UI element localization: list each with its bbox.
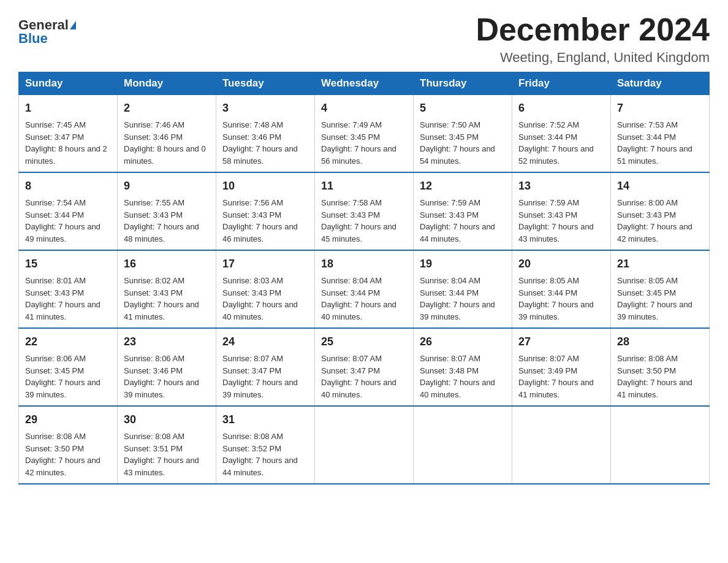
day-number: 8: [25, 178, 111, 194]
day-cell: 12Sunrise: 7:59 AMSunset: 3:43 PMDayligh…: [414, 172, 512, 250]
day-info: Sunrise: 8:07 AMSunset: 3:47 PMDaylight:…: [222, 354, 298, 399]
day-info: Sunrise: 7:46 AMSunset: 3:46 PMDaylight:…: [124, 120, 206, 166]
day-number: 15: [25, 256, 111, 272]
day-cell: 23Sunrise: 8:06 AMSunset: 3:46 PMDayligh…: [118, 328, 216, 406]
day-info: Sunrise: 8:03 AMSunset: 3:43 PMDaylight:…: [222, 276, 298, 321]
day-number: 18: [321, 256, 407, 272]
header-row: SundayMondayTuesdayWednesdayThursdayFrid…: [19, 72, 710, 95]
day-cell: 10Sunrise: 7:56 AMSunset: 3:43 PMDayligh…: [216, 172, 315, 250]
day-info: Sunrise: 8:07 AMSunset: 3:48 PMDaylight:…: [420, 354, 495, 399]
calendar-body: 1Sunrise: 7:45 AMSunset: 3:47 PMDaylight…: [19, 95, 710, 484]
day-number: 1: [25, 100, 111, 117]
day-info: Sunrise: 7:56 AMSunset: 3:43 PMDaylight:…: [222, 198, 298, 243]
calendar-header: SundayMondayTuesdayWednesdayThursdayFrid…: [19, 72, 710, 95]
day-number: 21: [617, 256, 703, 272]
day-cell: 9Sunrise: 7:55 AMSunset: 3:43 PMDaylight…: [118, 172, 216, 250]
day-number: 29: [25, 412, 111, 428]
day-number: 14: [617, 178, 703, 194]
day-info: Sunrise: 8:05 AMSunset: 3:45 PMDaylight:…: [617, 276, 692, 321]
day-info: Sunrise: 8:07 AMSunset: 3:47 PMDaylight:…: [321, 354, 396, 399]
day-info: Sunrise: 7:45 AMSunset: 3:47 PMDaylight:…: [25, 120, 107, 166]
day-cell: 14Sunrise: 8:00 AMSunset: 3:43 PMDayligh…: [611, 172, 710, 250]
title-block: December 2024 Weeting, England, United K…: [476, 12, 710, 66]
header-cell-friday: Friday: [512, 72, 611, 95]
day-cell: 8Sunrise: 7:54 AMSunset: 3:44 PMDaylight…: [19, 172, 118, 250]
day-cell: 19Sunrise: 8:04 AMSunset: 3:44 PMDayligh…: [414, 250, 512, 328]
logo: General Blue: [18, 18, 76, 45]
day-cell: 25Sunrise: 8:07 AMSunset: 3:47 PMDayligh…: [315, 328, 414, 406]
day-info: Sunrise: 7:48 AMSunset: 3:46 PMDaylight:…: [222, 120, 298, 166]
header-cell-saturday: Saturday: [611, 72, 710, 95]
day-number: 19: [420, 256, 506, 272]
day-info: Sunrise: 7:49 AMSunset: 3:45 PMDaylight:…: [321, 120, 396, 166]
day-cell: 5Sunrise: 7:50 AMSunset: 3:45 PMDaylight…: [414, 95, 512, 173]
day-info: Sunrise: 7:58 AMSunset: 3:43 PMDaylight:…: [321, 198, 396, 243]
day-number: 3: [222, 100, 308, 117]
day-info: Sunrise: 7:55 AMSunset: 3:43 PMDaylight:…: [124, 198, 199, 243]
week-row-2: 8Sunrise: 7:54 AMSunset: 3:44 PMDaylight…: [19, 172, 710, 250]
header-cell-tuesday: Tuesday: [216, 72, 315, 95]
day-cell: 21Sunrise: 8:05 AMSunset: 3:45 PMDayligh…: [611, 250, 710, 328]
day-number: 9: [124, 178, 210, 194]
day-number: 16: [124, 256, 210, 272]
day-number: 13: [518, 178, 604, 194]
day-number: 22: [25, 334, 111, 350]
week-row-5: 29Sunrise: 8:08 AMSunset: 3:50 PMDayligh…: [19, 406, 710, 484]
day-cell: 15Sunrise: 8:01 AMSunset: 3:43 PMDayligh…: [19, 250, 118, 328]
day-cell: 1Sunrise: 7:45 AMSunset: 3:47 PMDaylight…: [19, 95, 118, 173]
logo-blue-text: Blue: [18, 32, 48, 45]
day-info: Sunrise: 8:04 AMSunset: 3:44 PMDaylight:…: [321, 276, 396, 321]
calendar-table: SundayMondayTuesdayWednesdayThursdayFrid…: [18, 72, 710, 484]
day-cell: 16Sunrise: 8:02 AMSunset: 3:43 PMDayligh…: [118, 250, 216, 328]
day-info: Sunrise: 7:52 AMSunset: 3:44 PMDaylight:…: [518, 120, 594, 166]
day-number: 23: [124, 334, 210, 350]
day-number: 5: [420, 100, 506, 117]
day-info: Sunrise: 8:08 AMSunset: 3:52 PMDaylight:…: [222, 432, 298, 477]
day-cell: 28Sunrise: 8:08 AMSunset: 3:50 PMDayligh…: [611, 328, 710, 406]
day-info: Sunrise: 8:06 AMSunset: 3:46 PMDaylight:…: [124, 354, 199, 399]
day-cell: 18Sunrise: 8:04 AMSunset: 3:44 PMDayligh…: [315, 250, 414, 328]
month-title: December 2024: [476, 12, 710, 47]
day-cell: 4Sunrise: 7:49 AMSunset: 3:45 PMDaylight…: [315, 95, 414, 173]
header-cell-wednesday: Wednesday: [315, 72, 414, 95]
day-cell: 27Sunrise: 8:07 AMSunset: 3:49 PMDayligh…: [512, 328, 611, 406]
page-header: General Blue December 2024 Weeting, Engl…: [18, 12, 710, 66]
day-number: 27: [518, 334, 604, 350]
day-number: 31: [222, 412, 308, 428]
week-row-4: 22Sunrise: 8:06 AMSunset: 3:45 PMDayligh…: [19, 328, 710, 406]
day-info: Sunrise: 8:08 AMSunset: 3:50 PMDaylight:…: [25, 432, 100, 477]
day-number: 30: [124, 412, 210, 428]
day-info: Sunrise: 8:08 AMSunset: 3:50 PMDaylight:…: [617, 354, 692, 399]
day-cell: 17Sunrise: 8:03 AMSunset: 3:43 PMDayligh…: [216, 250, 315, 328]
day-info: Sunrise: 8:08 AMSunset: 3:51 PMDaylight:…: [124, 432, 199, 477]
header-cell-thursday: Thursday: [414, 72, 512, 95]
day-cell: 22Sunrise: 8:06 AMSunset: 3:45 PMDayligh…: [19, 328, 118, 406]
day-info: Sunrise: 7:53 AMSunset: 3:44 PMDaylight:…: [617, 120, 692, 166]
day-cell: [611, 406, 710, 484]
day-info: Sunrise: 8:02 AMSunset: 3:43 PMDaylight:…: [124, 276, 199, 321]
day-info: Sunrise: 7:59 AMSunset: 3:43 PMDaylight:…: [420, 198, 495, 243]
header-cell-sunday: Sunday: [19, 72, 118, 95]
day-number: 17: [222, 256, 308, 272]
day-info: Sunrise: 8:05 AMSunset: 3:44 PMDaylight:…: [518, 276, 594, 321]
day-number: 11: [321, 178, 407, 194]
day-info: Sunrise: 8:04 AMSunset: 3:44 PMDaylight:…: [420, 276, 495, 321]
day-cell: 3Sunrise: 7:48 AMSunset: 3:46 PMDaylight…: [216, 95, 315, 173]
location-text: Weeting, England, United Kingdom: [476, 50, 710, 66]
day-info: Sunrise: 8:07 AMSunset: 3:49 PMDaylight:…: [518, 354, 594, 399]
week-row-1: 1Sunrise: 7:45 AMSunset: 3:47 PMDaylight…: [19, 95, 710, 173]
logo-triangle-icon: [70, 21, 76, 29]
day-cell: 6Sunrise: 7:52 AMSunset: 3:44 PMDaylight…: [512, 95, 611, 173]
day-cell: 31Sunrise: 8:08 AMSunset: 3:52 PMDayligh…: [216, 406, 315, 484]
day-cell: 11Sunrise: 7:58 AMSunset: 3:43 PMDayligh…: [315, 172, 414, 250]
day-cell: 13Sunrise: 7:59 AMSunset: 3:43 PMDayligh…: [512, 172, 611, 250]
day-info: Sunrise: 8:01 AMSunset: 3:43 PMDaylight:…: [25, 276, 100, 321]
day-number: 2: [124, 100, 210, 117]
day-cell: 20Sunrise: 8:05 AMSunset: 3:44 PMDayligh…: [512, 250, 611, 328]
day-cell: [512, 406, 611, 484]
day-info: Sunrise: 7:59 AMSunset: 3:43 PMDaylight:…: [518, 198, 594, 243]
day-info: Sunrise: 7:50 AMSunset: 3:45 PMDaylight:…: [420, 120, 495, 166]
header-cell-monday: Monday: [118, 72, 216, 95]
day-number: 24: [222, 334, 308, 350]
day-number: 28: [617, 334, 703, 350]
